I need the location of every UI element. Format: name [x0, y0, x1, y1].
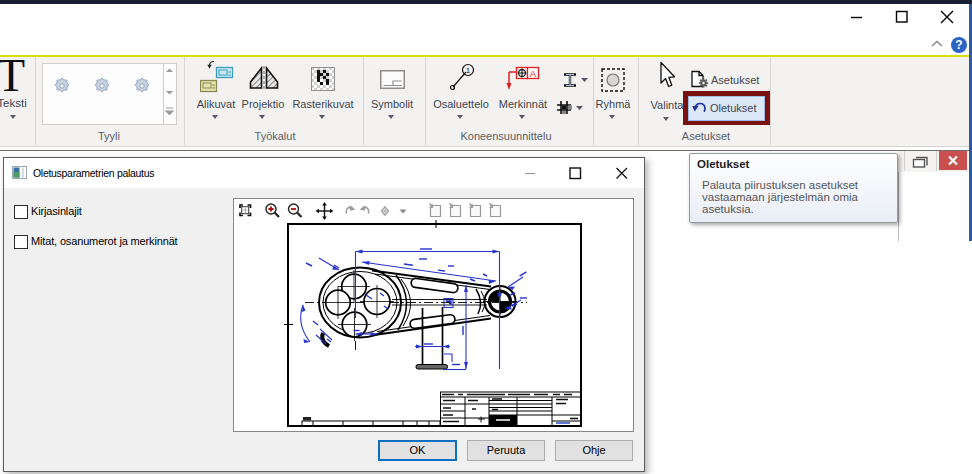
svg-text:1: 1 — [466, 66, 471, 75]
svg-text:?: ? — [955, 38, 962, 52]
svg-text:A: A — [530, 68, 537, 79]
